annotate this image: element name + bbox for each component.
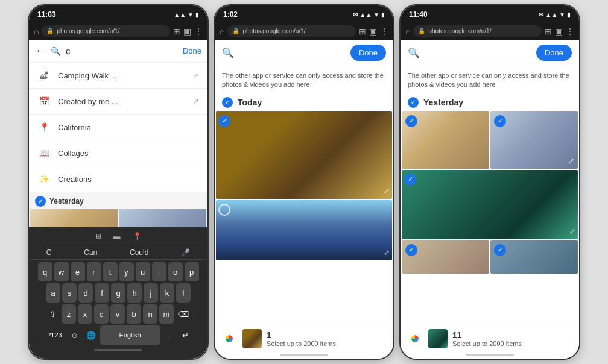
phone-1: 11:03 ▲▲ ▼ ▮ ⌂ 🔒 photos.google.com/u/1/ … (28, 4, 209, 360)
menu-icon-2[interactable]: ⋮ (380, 27, 388, 36)
status-icons-2: ✉ ▲▲ ▼ ▮ (353, 11, 385, 18)
key-globe[interactable]: 🌐 (84, 325, 98, 345)
autocomplete-dropdown: 🏕 Camping Walk ... ↗ 📅 Created by me ...… (29, 63, 207, 192)
key-q[interactable]: q (38, 262, 52, 281)
autocomplete-item-4[interactable]: ✨ Creations (29, 166, 207, 192)
key-backspace[interactable]: ⌫ (176, 304, 191, 324)
created-icon: 📅 (37, 95, 51, 108)
bottom-tray-2: 1 Select up to 2000 items (215, 325, 393, 352)
key-t[interactable]: t (103, 262, 118, 281)
aerial-check: ✓ (404, 174, 416, 186)
search-input[interactable]: c (66, 46, 178, 56)
google-photos-logo-3 (407, 330, 423, 347)
key-a[interactable]: a (46, 283, 60, 303)
arrow-icon-1: ↗ (193, 97, 199, 105)
city-photo-container[interactable]: ⤢ (215, 200, 393, 260)
key-row-3: ⇧ z x c v b n m ⌫ (30, 304, 206, 324)
key-b[interactable]: b (127, 304, 141, 324)
key-f[interactable]: f (95, 283, 109, 303)
photo-thumb-beach[interactable] (30, 209, 118, 227)
tab-icon-3[interactable]: ▣ (555, 27, 563, 36)
url-text-1: photos.google.com/u/1/ (57, 28, 119, 34)
food-photo-container[interactable]: ✓ ⤢ (215, 111, 393, 199)
key-emoji[interactable]: ☺ (68, 325, 82, 345)
back-button[interactable]: ← (35, 45, 46, 57)
key-e[interactable]: e (71, 262, 85, 281)
keyboard: ⊞ ▬ 📍 C Can Could 🎤 q w e r t y u i o p (29, 227, 207, 359)
autocomplete-item-2[interactable]: 📍 California (29, 115, 207, 140)
url-bar-2[interactable]: 🔒 photos.google.com/u/1/ (227, 25, 356, 37)
key-o[interactable]: o (168, 262, 183, 281)
key-i[interactable]: i (152, 262, 166, 281)
url-bar-1[interactable]: 🔒 photos.google.com/u/1/ (42, 25, 170, 37)
phone-2: 1:02 ✉ ▲▲ ▼ ▮ ⌂ 🔒 photos.google.com/u/1/… (214, 4, 394, 360)
photo-thumb-rocks[interactable] (119, 209, 206, 227)
key-p[interactable]: p (185, 262, 199, 281)
key-k[interactable]: k (160, 283, 174, 303)
key-m[interactable]: m (159, 304, 174, 324)
key-d[interactable]: d (78, 283, 93, 303)
battery-icon-3: ▮ (567, 11, 571, 18)
key-enter[interactable]: ↵ (179, 325, 193, 345)
tray-info-3: 11 Select up to 2000 items (452, 330, 522, 347)
key-c[interactable]: c (94, 304, 109, 324)
autocomplete-item-0[interactable]: 🏕 Camping Walk ... ↗ (29, 63, 207, 89)
autocomplete-label-0: Camping Walk ... (58, 71, 186, 80)
beach2-expand: ⤢ (568, 157, 574, 165)
home-icon[interactable]: ⌂ (34, 27, 39, 36)
key-shift[interactable]: ⇧ (45, 304, 60, 324)
date-text-1: Yesterday (49, 197, 84, 206)
suggestion-c[interactable]: C (46, 248, 52, 257)
mic-icon[interactable]: 🎤 (181, 248, 190, 257)
share-icon-3[interactable]: ⊞ (545, 27, 552, 36)
key-g[interactable]: g (111, 283, 125, 303)
menu-icon[interactable]: ⋮ (194, 27, 203, 36)
mail-icon-3: ✉ (539, 11, 543, 18)
key-u[interactable]: u (136, 262, 150, 281)
search-button-3[interactable]: 🔍 (408, 47, 420, 58)
key-z[interactable]: z (62, 304, 76, 324)
key-s[interactable]: s (62, 283, 77, 303)
done-button-3[interactable]: Done (536, 45, 572, 61)
key-j[interactable]: j (144, 283, 158, 303)
key-w[interactable]: w (54, 262, 69, 281)
beach2-container[interactable]: ✓ ⤢ (490, 111, 578, 169)
autocomplete-item-3[interactable]: 📖 Collages (29, 140, 207, 166)
tray-info-2: 1 Select up to 2000 items (267, 330, 336, 347)
key-123[interactable]: ?123 (44, 325, 66, 345)
small1-container[interactable]: ✓ (402, 240, 489, 274)
key-h[interactable]: h (127, 283, 142, 303)
key-space[interactable]: English (100, 325, 160, 345)
aerial-container[interactable]: ✓ ⤢ (401, 170, 579, 239)
small2-container[interactable]: ✓ (490, 240, 578, 274)
key-v[interactable]: v (110, 304, 125, 324)
url-bar-3[interactable]: 🔒 photos.google.com/u/1/ (413, 25, 542, 37)
key-l[interactable]: l (176, 283, 191, 303)
photos-header-3: 🔍 Done (401, 40, 579, 66)
tab-icon[interactable]: ▣ (183, 27, 191, 36)
album-thumb-2 (242, 329, 262, 348)
key-r[interactable]: r (87, 262, 101, 281)
done-button-2[interactable]: Done (350, 45, 386, 61)
home-icon-2[interactable]: ⌂ (220, 27, 224, 36)
key-n[interactable]: n (143, 304, 157, 324)
search-button-2[interactable]: 🔍 (222, 47, 234, 58)
tray-text-3: Select up to 2000 items (452, 340, 522, 347)
key-y[interactable]: y (119, 262, 134, 281)
translate-icon[interactable]: ⊞ (173, 27, 180, 36)
menu-icon-3[interactable]: ⋮ (566, 27, 574, 36)
key-x[interactable]: x (78, 304, 92, 324)
small2-check: ✓ (494, 244, 506, 256)
autocomplete-label-1: Created by me ... (58, 97, 186, 106)
share-icon-2[interactable]: ⊞ (359, 27, 366, 36)
city-photo-expand: ⤢ (384, 248, 390, 257)
key-period[interactable]: . (162, 325, 177, 345)
city-photo-check (218, 204, 230, 216)
done-button-1[interactable]: Done (183, 46, 201, 55)
suggestion-can[interactable]: Can (84, 248, 97, 257)
home-icon-3[interactable]: ⌂ (405, 27, 410, 36)
tab-icon-2[interactable]: ▣ (369, 27, 377, 36)
autocomplete-item-1[interactable]: 📅 Created by me ... ↗ (29, 89, 207, 115)
suggestion-could[interactable]: Could (130, 248, 148, 257)
beach1-container[interactable]: ✓ (402, 111, 489, 169)
